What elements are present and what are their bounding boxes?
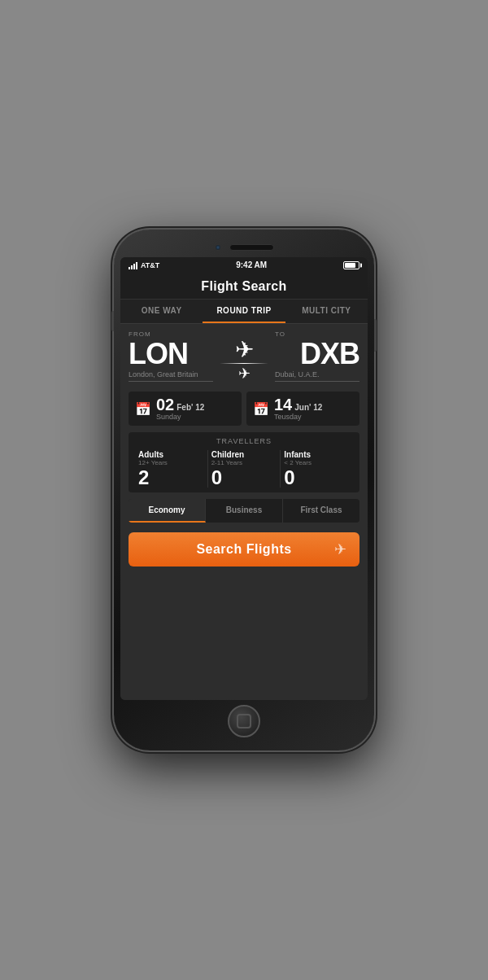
home-button-inner <box>237 714 251 728</box>
camera-speaker <box>215 244 274 251</box>
adults-group[interactable]: Adults 12+ Years 2 <box>135 450 208 488</box>
from-country: Great Britain <box>157 370 198 378</box>
camera <box>215 244 221 251</box>
tab-economy[interactable]: Economy <box>129 499 206 523</box>
trip-type-tabs: ONE WAY ROUND TRIP MULTI CITY <box>120 300 368 324</box>
search-flights-button[interactable]: Search Flights ✈ <box>129 532 359 567</box>
children-group[interactable]: Children 2-11 Years 0 <box>208 450 281 488</box>
side-button-right <box>374 319 377 352</box>
adults-label: Adults <box>138 450 163 459</box>
return-date-month: Jun' 12 <box>294 403 322 412</box>
tab-multicity[interactable]: MULTI CITY <box>285 300 368 323</box>
app-content: ONE WAY ROUND TRIP MULTI CITY FROM LON L… <box>120 300 368 700</box>
from-city[interactable]: FROM LON London, Great Britain <box>129 330 213 382</box>
phone-bottom <box>120 700 368 741</box>
plane-icon: ✈ <box>235 339 254 361</box>
status-left: AT&T <box>129 261 159 269</box>
return-date-cell[interactable]: 📅 14 Jun' 12 Teusday <box>246 392 359 426</box>
tab-business[interactable]: Business <box>206 499 283 523</box>
to-city-name: Dubai, U.A.E. <box>275 370 359 382</box>
phone-top <box>120 239 368 257</box>
children-count: 0 <box>211 468 222 488</box>
depart-date-main: 02 Feb' 12 <box>156 396 204 413</box>
tab-oneway[interactable]: ONE WAY <box>120 300 203 323</box>
status-right <box>343 261 359 269</box>
phone-frame: AT&T 9:42 AM Flight Search ONE WAY ROUND… <box>114 230 374 750</box>
route-arrow: ✈ ✈ <box>213 339 275 381</box>
to-city[interactable]: TO DXB Dubai, U.A.E. <box>275 330 359 382</box>
depart-date-info: 02 Feb' 12 Sunday <box>156 396 204 421</box>
return-date-num: 14 <box>274 396 292 413</box>
battery-icon <box>343 261 359 269</box>
from-city-name: London, Great Britain <box>129 370 213 382</box>
children-label: Children <box>211 450 245 459</box>
infants-count: 0 <box>284 468 294 488</box>
return-date-info: 14 Jun' 12 Teusday <box>274 396 322 421</box>
infants-label: Infants <box>284 450 311 459</box>
battery-fill <box>345 263 355 268</box>
infants-count-row: 0 <box>284 468 350 488</box>
search-flights-label: Search Flights <box>196 542 291 557</box>
side-button-left <box>111 311 114 331</box>
depart-date-cell[interactable]: 📅 02 Feb' 12 Sunday <box>129 392 242 426</box>
page-title: Flight Search <box>120 279 368 294</box>
adults-age: 12+ Years <box>138 459 168 466</box>
to-country: U.A.E. <box>298 370 320 378</box>
search-plane-icon: ✈ <box>334 540 346 558</box>
status-time: 9:42 AM <box>236 260 267 269</box>
screen: AT&T 9:42 AM Flight Search ONE WAY ROUND… <box>120 257 368 700</box>
route-section: FROM LON London, Great Britain ✈ ✈ TO <box>120 324 368 388</box>
return-date-main: 14 Jun' 12 <box>274 396 322 413</box>
tab-roundtrip[interactable]: ROUND TRIP <box>203 300 285 323</box>
home-button[interactable] <box>228 705 260 737</box>
travellers-section: TRAVELLERS Adults 12+ Years 2 Children 2… <box>129 432 359 492</box>
return-date-day: Teusday <box>274 413 322 421</box>
depart-date-month: Feb' 12 <box>176 403 204 412</box>
route-row: FROM LON London, Great Britain ✈ ✈ TO <box>129 330 359 382</box>
depart-date-num: 02 <box>156 396 174 413</box>
children-count-row: 0 <box>211 468 277 488</box>
from-code: LON <box>129 339 213 369</box>
app-header: Flight Search <box>120 273 368 300</box>
depart-calendar-icon: 📅 <box>135 401 151 417</box>
class-tabs: Economy Business First Class <box>129 499 359 523</box>
travellers-row: Adults 12+ Years 2 Children 2-11 Years 0 <box>135 450 353 488</box>
adults-count: 2 <box>138 468 149 488</box>
tab-firstclass[interactable]: First Class <box>283 499 359 523</box>
plane-trail <box>220 363 268 364</box>
plane-icon-small: ✈ <box>238 366 251 381</box>
children-age: 2-11 Years <box>211 459 242 466</box>
depart-date-day: Sunday <box>156 413 204 421</box>
return-calendar-icon: 📅 <box>253 401 269 417</box>
dates-row: 📅 02 Feb' 12 Sunday 📅 14 Jun' <box>129 392 359 426</box>
adults-count-row: 2 <box>138 468 204 488</box>
to-code: DXB <box>275 339 359 369</box>
infants-group[interactable]: Infants < 2 Years 0 <box>281 450 353 488</box>
speaker <box>229 244 274 251</box>
infants-age: < 2 Years <box>284 459 312 466</box>
status-bar: AT&T 9:42 AM <box>120 257 368 273</box>
travellers-title: TRAVELLERS <box>135 437 353 445</box>
carrier-label: AT&T <box>141 261 159 269</box>
signal-icon <box>129 261 137 269</box>
